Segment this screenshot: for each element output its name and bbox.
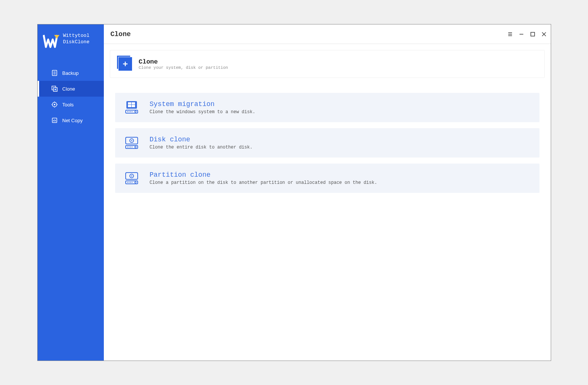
svg-point-34 bbox=[135, 111, 136, 112]
clone-header-icon bbox=[119, 57, 132, 71]
document-icon bbox=[51, 70, 58, 76]
svg-point-43 bbox=[135, 146, 136, 148]
app-window: Wittytool DiskClone Backup Clone bbox=[37, 24, 551, 361]
options: System migration Clone the windows syste… bbox=[110, 86, 545, 200]
svg-rect-27 bbox=[128, 105, 131, 107]
close-button[interactable] bbox=[540, 30, 548, 38]
sidebar-item-label: Tools bbox=[62, 102, 74, 108]
brand-logo bbox=[43, 33, 59, 49]
option-texts: System migration Clone the windows syste… bbox=[150, 100, 255, 115]
svg-point-46 bbox=[131, 176, 132, 177]
disk-icon bbox=[124, 136, 139, 149]
windows-disk-icon bbox=[124, 101, 139, 114]
option-disk-clone[interactable]: Disk clone Clone the entire disk to anot… bbox=[115, 128, 539, 158]
main: Clone bbox=[104, 24, 551, 361]
sidebar-item-label: Net Copy bbox=[62, 118, 83, 123]
sidebar-item-label: Backup bbox=[62, 70, 79, 76]
cloud-icon bbox=[51, 117, 58, 124]
option-title: System migration bbox=[150, 100, 255, 108]
svg-rect-19 bbox=[531, 32, 535, 36]
option-texts: Disk clone Clone the entire disk to anot… bbox=[150, 136, 253, 150]
minimize-button[interactable] bbox=[518, 30, 525, 38]
svg-rect-28 bbox=[132, 105, 135, 107]
sidebar-item-backup[interactable]: Backup bbox=[38, 65, 104, 81]
sidebar-item-label: Clone bbox=[62, 86, 75, 92]
header-texts: Clone Clone your system, disk or partiti… bbox=[139, 58, 228, 70]
brand: Wittytool DiskClone bbox=[38, 24, 104, 56]
nav: Backup Clone Tools Net Copy bbox=[38, 65, 104, 128]
svg-rect-14 bbox=[52, 118, 57, 123]
gear-icon bbox=[51, 101, 58, 108]
menu-button[interactable] bbox=[506, 30, 514, 38]
svg-point-37 bbox=[131, 140, 132, 141]
option-desc: Clone a partition on the disk to another… bbox=[150, 180, 377, 185]
partition-disk-icon bbox=[124, 172, 139, 185]
svg-rect-25 bbox=[128, 102, 131, 105]
option-title: Disk clone bbox=[150, 136, 253, 143]
option-partition-clone[interactable]: Partition clone Clone a partition on the… bbox=[115, 164, 539, 193]
content: Clone Clone your system, disk or partiti… bbox=[104, 44, 551, 206]
header-card: Clone Clone your system, disk or partiti… bbox=[110, 50, 545, 78]
titlebar: Clone bbox=[104, 24, 551, 44]
brand-line2: DiskClone bbox=[63, 39, 90, 45]
sidebar-item-tools[interactable]: Tools bbox=[38, 97, 104, 112]
page-title: Clone bbox=[111, 30, 131, 38]
brand-text: Wittytool DiskClone bbox=[63, 33, 90, 45]
svg-point-52 bbox=[135, 182, 136, 183]
svg-rect-26 bbox=[132, 102, 135, 105]
svg-point-9 bbox=[54, 104, 55, 105]
clone-icon bbox=[51, 85, 58, 92]
header-desc: Clone your system, disk or partition bbox=[139, 65, 228, 70]
maximize-button[interactable] bbox=[529, 30, 536, 38]
option-desc: Clone the entire disk to another disk. bbox=[150, 145, 253, 150]
option-desc: Clone the windows system to a new disk. bbox=[150, 109, 255, 115]
sidebar-item-clone[interactable]: Clone bbox=[38, 81, 104, 97]
brand-line1: Wittytool bbox=[63, 33, 90, 39]
option-texts: Partition clone Clone a partition on the… bbox=[150, 171, 377, 185]
sidebar-item-netcopy[interactable]: Net Copy bbox=[38, 112, 104, 128]
sidebar: Wittytool DiskClone Backup Clone bbox=[38, 24, 104, 361]
option-system-migration[interactable]: System migration Clone the windows syste… bbox=[115, 93, 539, 122]
header-title: Clone bbox=[139, 58, 228, 65]
option-title: Partition clone bbox=[150, 171, 377, 179]
window-controls bbox=[506, 30, 548, 38]
